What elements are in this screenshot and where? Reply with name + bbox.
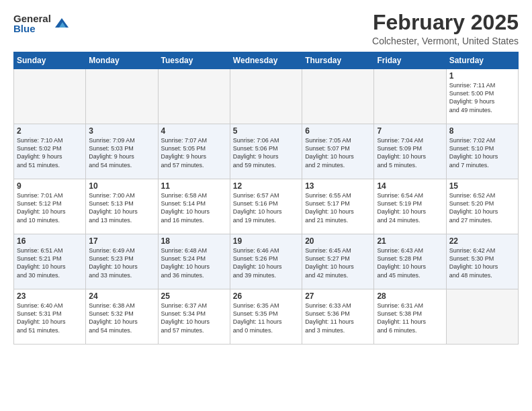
day-number: 13 — [305, 181, 371, 191]
day-info: Sunrise: 6:35 AM Sunset: 5:35 PM Dayligh… — [233, 302, 299, 334]
calendar-cell: 21Sunrise: 6:43 AM Sunset: 5:28 PM Dayli… — [374, 234, 446, 289]
logo-blue: Blue — [13, 24, 51, 34]
week-row-2: 2Sunrise: 7:10 AM Sunset: 5:02 PM Daylig… — [14, 124, 519, 179]
calendar-cell: 18Sunrise: 6:48 AM Sunset: 5:24 PM Dayli… — [158, 234, 230, 289]
calendar-cell: 7Sunrise: 7:04 AM Sunset: 5:09 PM Daylig… — [374, 124, 446, 179]
day-info: Sunrise: 7:00 AM Sunset: 5:13 PM Dayligh… — [89, 191, 154, 224]
day-number: 17 — [89, 236, 154, 246]
week-row-3: 9Sunrise: 7:01 AM Sunset: 5:12 PM Daylig… — [14, 179, 519, 234]
day-number: 19 — [233, 236, 299, 246]
day-info: Sunrise: 6:42 AM Sunset: 5:30 PM Dayligh… — [449, 246, 515, 279]
day-number: 8 — [449, 126, 515, 136]
title-section: February 2025 Colchester, Vermont, Unite… — [372, 11, 519, 46]
header: General Blue February 2025 Colchester, V… — [13, 11, 519, 46]
month-year-title: February 2025 — [372, 11, 519, 34]
day-number: 26 — [233, 291, 299, 301]
day-info: Sunrise: 7:10 AM Sunset: 5:02 PM Dayligh… — [17, 136, 83, 169]
calendar-cell: 26Sunrise: 6:35 AM Sunset: 5:35 PM Dayli… — [230, 289, 302, 345]
day-info: Sunrise: 7:05 AM Sunset: 5:07 PM Dayligh… — [305, 136, 371, 169]
weekday-header-friday: Friday — [374, 52, 446, 69]
day-number: 1 — [449, 71, 515, 81]
weekday-header-saturday: Saturday — [446, 52, 518, 69]
day-info: Sunrise: 6:48 AM Sunset: 5:24 PM Dayligh… — [161, 246, 227, 279]
calendar-cell: 9Sunrise: 7:01 AM Sunset: 5:12 PM Daylig… — [14, 179, 86, 234]
calendar-cell: 20Sunrise: 6:45 AM Sunset: 5:27 PM Dayli… — [302, 234, 374, 289]
location-text: Colchester, Vermont, United States — [372, 36, 519, 46]
day-info: Sunrise: 6:45 AM Sunset: 5:27 PM Dayligh… — [305, 246, 371, 279]
week-row-4: 16Sunrise: 6:51 AM Sunset: 5:21 PM Dayli… — [14, 234, 519, 289]
calendar-cell: 5Sunrise: 7:06 AM Sunset: 5:06 PM Daylig… — [230, 124, 302, 179]
day-number: 10 — [89, 181, 154, 191]
calendar-cell — [302, 69, 374, 124]
day-info: Sunrise: 6:31 AM Sunset: 5:38 PM Dayligh… — [377, 302, 443, 334]
calendar-cell: 3Sunrise: 7:09 AM Sunset: 5:03 PM Daylig… — [86, 124, 158, 179]
weekday-header-tuesday: Tuesday — [158, 52, 230, 69]
day-number: 3 — [89, 126, 154, 136]
day-number: 23 — [17, 291, 83, 301]
calendar-cell: 17Sunrise: 6:49 AM Sunset: 5:23 PM Dayli… — [86, 234, 158, 289]
day-info: Sunrise: 6:49 AM Sunset: 5:23 PM Dayligh… — [89, 246, 154, 279]
weekday-header-wednesday: Wednesday — [230, 52, 302, 69]
day-number: 20 — [305, 236, 371, 246]
weekday-header-thursday: Thursday — [302, 52, 374, 69]
weekday-header-monday: Monday — [86, 52, 158, 69]
day-number: 4 — [161, 126, 227, 136]
logo-icon — [52, 14, 71, 33]
day-info: Sunrise: 6:38 AM Sunset: 5:32 PM Dayligh… — [89, 302, 154, 334]
day-number: 9 — [17, 181, 83, 191]
calendar-cell: 16Sunrise: 6:51 AM Sunset: 5:21 PM Dayli… — [14, 234, 86, 289]
day-number: 24 — [89, 291, 154, 301]
week-row-5: 23Sunrise: 6:40 AM Sunset: 5:31 PM Dayli… — [14, 289, 519, 345]
calendar-cell — [158, 69, 230, 124]
calendar-cell: 4Sunrise: 7:07 AM Sunset: 5:05 PM Daylig… — [158, 124, 230, 179]
week-row-1: 1Sunrise: 7:11 AM Sunset: 5:00 PM Daylig… — [14, 69, 519, 124]
calendar-cell: 6Sunrise: 7:05 AM Sunset: 5:07 PM Daylig… — [302, 124, 374, 179]
day-number: 21 — [377, 236, 443, 246]
day-info: Sunrise: 7:02 AM Sunset: 5:10 PM Dayligh… — [449, 136, 515, 169]
calendar: SundayMondayTuesdayWednesdayThursdayFrid… — [13, 52, 519, 345]
day-info: Sunrise: 6:54 AM Sunset: 5:19 PM Dayligh… — [377, 191, 443, 224]
day-info: Sunrise: 7:06 AM Sunset: 5:06 PM Dayligh… — [233, 136, 299, 169]
day-info: Sunrise: 6:58 AM Sunset: 5:14 PM Dayligh… — [161, 191, 227, 224]
day-number: 16 — [17, 236, 83, 246]
day-info: Sunrise: 6:51 AM Sunset: 5:21 PM Dayligh… — [17, 246, 83, 279]
day-number: 12 — [233, 181, 299, 191]
calendar-cell: 19Sunrise: 6:46 AM Sunset: 5:26 PM Dayli… — [230, 234, 302, 289]
day-info: Sunrise: 6:40 AM Sunset: 5:31 PM Dayligh… — [17, 302, 83, 334]
day-number: 28 — [377, 291, 443, 301]
day-number: 15 — [449, 181, 515, 191]
day-info: Sunrise: 6:46 AM Sunset: 5:26 PM Dayligh… — [233, 246, 299, 279]
day-info: Sunrise: 6:37 AM Sunset: 5:34 PM Dayligh… — [161, 302, 227, 334]
day-info: Sunrise: 6:33 AM Sunset: 5:36 PM Dayligh… — [305, 302, 371, 334]
weekday-header-sunday: Sunday — [14, 52, 86, 69]
day-number: 25 — [161, 291, 227, 301]
calendar-cell — [230, 69, 302, 124]
day-number: 2 — [17, 126, 83, 136]
logo-text: General Blue — [13, 13, 51, 34]
calendar-cell: 23Sunrise: 6:40 AM Sunset: 5:31 PM Dayli… — [14, 289, 86, 345]
calendar-cell: 28Sunrise: 6:31 AM Sunset: 5:38 PM Dayli… — [374, 289, 446, 345]
day-number: 7 — [377, 126, 443, 136]
day-info: Sunrise: 7:01 AM Sunset: 5:12 PM Dayligh… — [17, 191, 83, 224]
calendar-cell: 27Sunrise: 6:33 AM Sunset: 5:36 PM Dayli… — [302, 289, 374, 345]
calendar-cell: 15Sunrise: 6:52 AM Sunset: 5:20 PM Dayli… — [446, 179, 518, 234]
day-info: Sunrise: 6:55 AM Sunset: 5:17 PM Dayligh… — [305, 191, 371, 224]
calendar-cell: 25Sunrise: 6:37 AM Sunset: 5:34 PM Dayli… — [158, 289, 230, 345]
calendar-cell: 10Sunrise: 7:00 AM Sunset: 5:13 PM Dayli… — [86, 179, 158, 234]
day-number: 22 — [449, 236, 515, 246]
logo: General Blue — [13, 13, 71, 34]
calendar-cell: 8Sunrise: 7:02 AM Sunset: 5:10 PM Daylig… — [446, 124, 518, 179]
calendar-cell: 14Sunrise: 6:54 AM Sunset: 5:19 PM Dayli… — [374, 179, 446, 234]
day-info: Sunrise: 7:04 AM Sunset: 5:09 PM Dayligh… — [377, 136, 443, 169]
calendar-cell: 1Sunrise: 7:11 AM Sunset: 5:00 PM Daylig… — [446, 69, 518, 124]
calendar-cell: 12Sunrise: 6:57 AM Sunset: 5:16 PM Dayli… — [230, 179, 302, 234]
day-number: 27 — [305, 291, 371, 301]
calendar-cell — [374, 69, 446, 124]
calendar-cell: 13Sunrise: 6:55 AM Sunset: 5:17 PM Dayli… — [302, 179, 374, 234]
day-number: 6 — [305, 126, 371, 136]
day-info: Sunrise: 6:57 AM Sunset: 5:16 PM Dayligh… — [233, 191, 299, 224]
page: General Blue February 2025 Colchester, V… — [0, 0, 532, 351]
calendar-cell — [14, 69, 86, 124]
calendar-cell: 24Sunrise: 6:38 AM Sunset: 5:32 PM Dayli… — [86, 289, 158, 345]
day-number: 18 — [161, 236, 227, 246]
